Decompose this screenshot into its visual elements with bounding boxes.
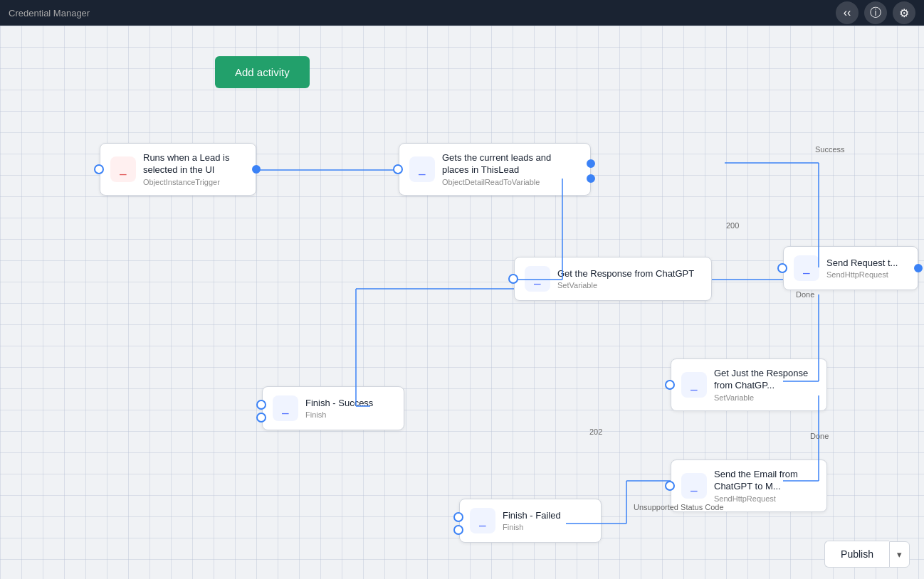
dot-read-right-top <box>587 159 595 168</box>
publish-bar: Publish ▾ <box>810 529 924 579</box>
sv2-icon-wrap: ⎯ <box>681 372 707 398</box>
dot-sh1-left <box>777 263 787 273</box>
publish-dropdown-button[interactable]: ▾ <box>889 541 910 568</box>
dot-read-left <box>393 164 403 174</box>
sh1-text: Send Request t... SendHttpRequest <box>826 257 898 280</box>
label-done-2: Done <box>810 432 829 440</box>
fs-title: Finish - Success <box>305 398 373 410</box>
sh2-icon: ⎯ <box>691 479 698 492</box>
fs-icon: ⎯ <box>282 402 289 415</box>
dot-fs-left-top <box>256 400 266 410</box>
sh1-subtitle: SendHttpRequest <box>826 270 898 279</box>
node-finish-failed[interactable]: ⎯ Finish - Failed Finish <box>459 499 602 543</box>
trigger-icon-wrap: ⎯ <box>110 156 136 182</box>
sv1-subtitle: SetVariable <box>557 281 694 290</box>
dot-sh1-right <box>914 264 923 272</box>
sv2-icon: ⎯ <box>691 378 698 391</box>
sh1-icon: ⎯ <box>803 262 810 275</box>
sv2-title: Get Just the Response from ChatGP... <box>714 368 817 392</box>
trigger-icon: ⎯ <box>120 163 127 176</box>
label-202: 202 <box>589 427 602 436</box>
sv1-text: Get the Response from ChatGPT SetVariabl… <box>557 268 694 290</box>
label-done-1: Done <box>796 290 814 299</box>
sh1-icon-wrap: ⎯ <box>794 255 819 281</box>
sv1-icon-wrap: ⎯ <box>525 266 550 292</box>
sh2-text: Send the Email from ChatGPT to M... Send… <box>714 469 817 503</box>
dot-sv2-left <box>665 380 675 390</box>
fs-icon-wrap: ⎯ <box>273 395 298 421</box>
node-read[interactable]: ⎯ Gets the current leads and places in T… <box>399 143 591 196</box>
label-200: 200 <box>726 221 739 230</box>
read-title: Gets the current leads and places in Thi… <box>442 152 580 176</box>
navbar-icons: ‹‹ ⓘ ⚙ <box>836 1 915 24</box>
add-activity-button[interactable]: Add activity <box>215 56 310 88</box>
read-icon: ⎯ <box>419 163 426 176</box>
dot-ff-left-bottom <box>453 525 463 535</box>
dot-trigger-right <box>252 165 261 174</box>
ff-subtitle: Finish <box>503 523 561 531</box>
navbar-brand: Credential Manager <box>9 8 90 18</box>
trigger-subtitle: ObjectInstanceTrigger <box>143 178 246 186</box>
ff-icon: ⎯ <box>479 514 486 527</box>
node-setvariable1[interactable]: ⎯ Get the Response from ChatGPT SetVaria… <box>514 257 712 301</box>
sv1-title: Get the Response from ChatGPT <box>557 268 694 280</box>
dot-read-right-bottom <box>587 174 595 183</box>
dot-fs-left-bottom <box>256 413 266 423</box>
dot-trigger-left <box>94 164 104 174</box>
sv2-subtitle: SetVariable <box>714 393 817 402</box>
node-finish-success[interactable]: ⎯ Finish - Success Finish <box>262 386 404 430</box>
read-text: Gets the current leads and places in Thi… <box>442 152 580 186</box>
workflow-canvas: Add activity Success 200 Done Done 202 U… <box>0 26 924 579</box>
back-icon-button[interactable]: ‹‹ <box>836 1 859 24</box>
ff-title: Finish - Failed <box>503 510 561 522</box>
help-icon-button[interactable]: ⓘ <box>864 1 887 24</box>
sv1-icon: ⎯ <box>534 272 541 285</box>
dot-ff-left-top <box>453 512 463 522</box>
read-subtitle: ObjectDetailReadToVariable <box>442 178 580 186</box>
publish-button[interactable]: Publish <box>824 541 889 568</box>
dot-sh2-left <box>665 481 675 491</box>
fs-subtitle: Finish <box>305 410 373 419</box>
sv2-text: Get Just the Response from ChatGP... Set… <box>714 368 817 402</box>
sh2-icon-wrap: ⎯ <box>681 473 707 499</box>
label-unsupported: Unsupported Status Code <box>634 503 724 511</box>
settings-icon-button[interactable]: ⚙ <box>893 1 915 24</box>
fs-text: Finish - Success Finish <box>305 398 373 420</box>
dot-sv1-left <box>508 274 518 284</box>
node-sendhttp1[interactable]: ⎯ Send Request t... SendHttpRequest <box>783 246 918 290</box>
node-trigger[interactable]: ⎯ Runs when a Lead is selected in the UI… <box>100 143 256 196</box>
ff-text: Finish - Failed Finish <box>503 510 561 532</box>
trigger-title: Runs when a Lead is selected in the UI <box>143 152 246 176</box>
label-success: Success <box>815 145 845 154</box>
ff-icon-wrap: ⎯ <box>470 508 495 533</box>
sh1-title: Send Request t... <box>826 257 898 270</box>
navbar: Credential Manager ‹‹ ⓘ ⚙ <box>0 0 924 26</box>
sh2-subtitle: SendHttpRequest <box>714 494 817 503</box>
read-icon-wrap: ⎯ <box>409 156 435 182</box>
trigger-text: Runs when a Lead is selected in the UI O… <box>143 152 246 186</box>
sh2-title: Send the Email from ChatGPT to M... <box>714 469 817 493</box>
node-setvariable2[interactable]: ⎯ Get Just the Response from ChatGP... S… <box>671 358 827 411</box>
